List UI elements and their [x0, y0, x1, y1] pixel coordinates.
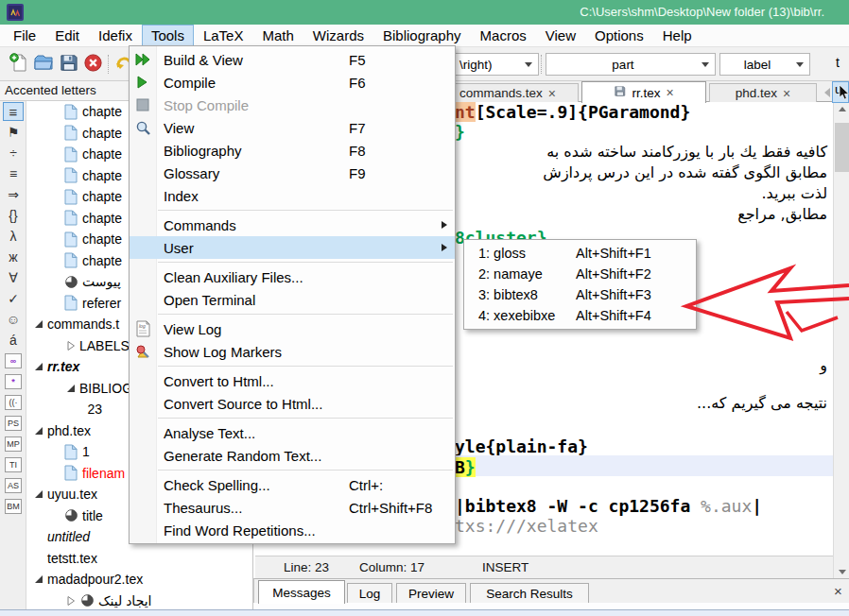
submenu-item-4-xexebibxe[interactable]: 4: xexebibxeAlt+Shift+F4: [464, 305, 696, 326]
open-file-button[interactable]: [32, 53, 55, 76]
symbols-tab-bookmarks-icon[interactable]: ⚑: [0, 122, 26, 143]
menu-wizards[interactable]: Wizards: [303, 25, 373, 46]
overflow-combo[interactable]: t: [836, 55, 840, 70]
symbols-tab-mp-icon[interactable]: MP: [0, 434, 26, 454]
tree-item-label: phd.tex: [45, 423, 91, 438]
menu-item-find-word-repetitions[interactable]: Find Word Repetitions...: [130, 519, 455, 541]
scroll-down-icon[interactable]: [834, 565, 849, 578]
tab-overflow[interactable]: u: [832, 81, 849, 103]
symbols-tab-brackets-icon[interactable]: ((·: [0, 392, 26, 413]
menu-item-analyse-text[interactable]: Analyse Text...: [130, 421, 455, 444]
menu-item-glossary[interactable]: GlossaryF9: [130, 162, 455, 184]
symbols-tab-operators-icon[interactable]: ÷: [0, 143, 26, 163]
menu-options[interactable]: Options: [585, 25, 653, 46]
menu-file[interactable]: File: [4, 25, 45, 46]
symbols-tab-asterisk-icon[interactable]: *: [0, 371, 26, 392]
menu-item-shortcut: F7: [349, 120, 455, 136]
tab-commands-tex[interactable]: commands.tex×: [437, 83, 579, 102]
close-file-button[interactable]: [81, 53, 104, 76]
menu-item-commands[interactable]: Commands: [130, 214, 455, 236]
section-level-combo[interactable]: part: [546, 53, 716, 76]
new-file-button[interactable]: [8, 53, 30, 76]
submenu-item-label: 1: gloss: [464, 246, 576, 261]
menu-item-view[interactable]: ViewF7: [130, 116, 455, 139]
bottom-tab-search-results[interactable]: Search Results: [470, 583, 589, 604]
menu-item-label: Stop Compile: [156, 97, 349, 113]
expander-open-icon[interactable]: [32, 319, 45, 329]
code-segment: yle{plain-fa}: [455, 436, 588, 456]
menu-idefix[interactable]: Idefix: [89, 25, 142, 46]
menu-view[interactable]: View: [536, 25, 585, 46]
menu-latex[interactable]: LaTeX: [194, 25, 253, 46]
symbols-tab-ti-icon[interactable]: TI: [0, 454, 26, 475]
tab-rr-tex[interactable]: rr.tex×: [581, 81, 706, 103]
menu-item-bibliography[interactable]: BibliographyF8: [130, 139, 455, 162]
menu-item-convert-source-to-html[interactable]: Convert Source to Html...: [130, 392, 455, 415]
math-delimiter-combo[interactable]: \right): [452, 53, 539, 76]
symbols-tab-structure-icon[interactable]: ≡: [0, 101, 26, 122]
menu-item-thesaurus[interactable]: Thesaurus...Ctrl+Shift+F8: [130, 496, 455, 519]
symbols-tab-infinity-icon[interactable]: ∞: [0, 351, 26, 371]
submenu-item-2-namaye[interactable]: 2: namayeAlt+Shift+F2: [464, 264, 696, 284]
symbols-tab-arrows-icon[interactable]: ⇒: [0, 184, 26, 205]
menu-help[interactable]: Help: [653, 25, 702, 46]
expander-closed-icon[interactable]: [64, 596, 78, 606]
ref-type-value: label: [720, 58, 794, 72]
symbols-tab-accented-letters-icon[interactable]: á: [0, 330, 26, 351]
expander-open-icon[interactable]: [32, 489, 45, 499]
menu-item-clean-auxiliary-files[interactable]: Clean Auxiliary Files...: [130, 265, 455, 288]
bottom-tab-log[interactable]: Log: [347, 583, 392, 604]
menu-item-open-terminal[interactable]: Open Terminal: [130, 288, 455, 311]
tree-item-tetstt-tex[interactable]: tetstt.tex: [26, 548, 252, 570]
symbols-tab-logic-icon[interactable]: ∀: [0, 267, 26, 288]
symbols-tab-delimiters-icon[interactable]: {}: [0, 205, 26, 226]
menu-item-compile[interactable]: CompileF6: [130, 71, 455, 94]
editor-line: }: [455, 122, 465, 142]
menu-item-generate-random-text[interactable]: Generate Random Text...: [130, 444, 455, 467]
bottom-tab-preview[interactable]: Preview: [396, 583, 466, 604]
symbols-tab-ps-icon[interactable]: PS: [0, 413, 26, 434]
menu-item-check-spelling[interactable]: Check Spelling...Ctrl+:: [130, 473, 455, 496]
menu-math[interactable]: Math: [252, 25, 303, 46]
symbols-tab-smileys-icon[interactable]: ☺: [0, 309, 26, 330]
ref-type-combo[interactable]: label: [719, 53, 810, 76]
menu-item-show-log-markers[interactable]: Show Log Markers: [130, 340, 455, 363]
expander-closed-icon[interactable]: [64, 341, 78, 351]
symbols-tab-bm-icon[interactable]: BM: [0, 496, 26, 517]
menu-tools[interactable]: Tools: [142, 25, 194, 46]
menu-item-index[interactable]: Index: [130, 184, 455, 207]
expander-open-icon[interactable]: [32, 574, 45, 584]
bottom-tab-messages[interactable]: Messages: [258, 580, 345, 604]
tab-close-icon[interactable]: ×: [548, 88, 556, 99]
menu-item-view-log[interactable]: logView Log: [130, 317, 455, 340]
symbols-tab-misc-checks-icon[interactable]: ✓: [0, 288, 26, 309]
scrollbar-thumb[interactable]: [835, 123, 849, 172]
menu-edit[interactable]: Edit: [45, 25, 89, 46]
editor-line: txs:///xelatex: [455, 516, 598, 536]
tab-close-icon[interactable]: ×: [783, 88, 790, 99]
expander-open-icon[interactable]: [64, 384, 78, 393]
menu-item-user[interactable]: User: [130, 236, 455, 259]
menu-item-label: Convert to Html...: [156, 373, 349, 389]
menu-bibliography[interactable]: Bibliography: [373, 25, 471, 46]
symbols-tab-greek-icon[interactable]: λ: [0, 226, 26, 247]
expander-open-icon[interactable]: [32, 426, 45, 436]
menu-item-build-view[interactable]: Build & ViewF5: [130, 48, 455, 71]
tab-close-icon[interactable]: ×: [666, 87, 673, 98]
submenu-item-3-bibtex8[interactable]: 3: bibtex8Alt+Shift+F3: [464, 284, 696, 305]
bottom-panel-close-icon[interactable]: ×: [834, 583, 842, 599]
tree-item-ایجاد-لینک[interactable]: ایجاد لینک: [26, 590, 252, 610]
save-button[interactable]: [57, 53, 79, 76]
menu-item-convert-to-html[interactable]: Convert to Html...: [130, 369, 455, 392]
symbols-tab-cyrillic-icon[interactable]: ж: [0, 247, 26, 267]
symbols-tab-as-icon[interactable]: AS: [0, 475, 26, 496]
submenu-item-label: 2: namaye: [464, 266, 576, 282]
submenu-item-1-gloss[interactable]: 1: glossAlt+Shift+F1: [464, 243, 696, 264]
menu-macros[interactable]: Macros: [471, 25, 536, 46]
symbols-tab-relations-icon[interactable]: ≡: [0, 163, 26, 184]
scroll-up-icon[interactable]: [834, 102, 849, 115]
tree-item-label: chapte: [80, 146, 122, 162]
tab-phd-tex[interactable]: phd.tex×: [709, 83, 817, 102]
expander-open-icon[interactable]: [32, 362, 45, 371]
tree-item-madadpour2-tex[interactable]: madadpour2.tex: [26, 569, 252, 590]
